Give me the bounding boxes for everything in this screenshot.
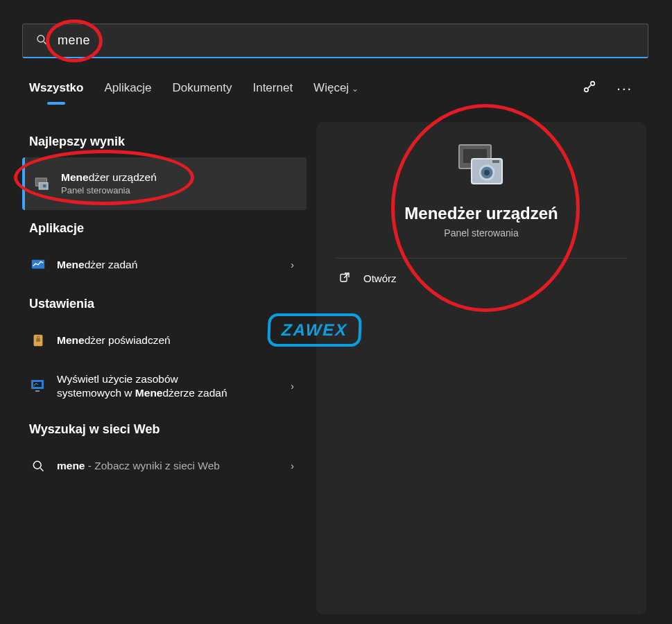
svg-rect-23: [341, 275, 347, 282]
result-device-manager[interactable]: Menedżer urządzeń Panel sterowania: [22, 157, 307, 210]
result-web-search[interactable]: mene - Zobacz wyniki z sieci Web ›: [22, 445, 307, 487]
tab-internet[interactable]: Internet: [252, 81, 293, 95]
divider: [336, 258, 627, 259]
svg-point-3: [591, 82, 595, 86]
chevron-down-icon: ⌄: [352, 84, 359, 94]
preview-subtitle: Panel sterowania: [444, 227, 518, 239]
watermark: ZAWEX: [268, 313, 361, 347]
device-manager-icon: [33, 175, 51, 193]
result-title: Menedżer poświadczeń: [57, 333, 300, 347]
more-options-icon[interactable]: ···: [617, 80, 632, 96]
open-icon: [338, 271, 351, 286]
search-icon: [29, 457, 47, 475]
preview-panel: Menedżer urządzeń Panel sterowania Otwór…: [316, 122, 646, 614]
section-web: Wyszukaj w sieci Web: [29, 422, 307, 437]
result-subtitle: Panel sterowania: [61, 185, 300, 197]
svg-point-0: [37, 35, 44, 42]
monitor-icon: [29, 377, 47, 395]
chevron-right-icon: ›: [291, 460, 294, 471]
tab-apps[interactable]: Aplikacje: [104, 81, 151, 95]
svg-rect-14: [35, 390, 40, 392]
svg-point-2: [585, 88, 589, 92]
section-settings: Ustawienia: [29, 297, 307, 311]
svg-line-16: [40, 468, 43, 471]
task-manager-icon: [29, 256, 47, 274]
search-input[interactable]: [58, 33, 648, 48]
result-credential-manager[interactable]: Menedżer poświadczeń: [22, 320, 307, 361]
connect-icon[interactable]: [582, 79, 597, 97]
svg-point-15: [33, 461, 41, 469]
open-action[interactable]: Otwórz: [338, 271, 397, 286]
result-title: mene - Zobacz wyniki z sieci Web: [57, 459, 281, 473]
result-title: Wyświetl użycie zasobów systemowych w Me…: [57, 372, 281, 400]
section-best-match: Najlepszy wynik: [29, 135, 307, 149]
svg-rect-22: [492, 160, 499, 163]
device-manager-large-icon: [454, 141, 509, 191]
results-list: Najlepszy wynik Menedżer urządzeń Panel …: [22, 123, 307, 487]
result-resource-usage[interactable]: Wyświetl użycie zasobów systemowych w Me…: [22, 361, 307, 411]
preview-title: Menedżer urządzeń: [404, 204, 558, 223]
chevron-right-icon: ›: [291, 259, 294, 270]
svg-line-1: [44, 42, 46, 44]
svg-line-4: [588, 85, 591, 88]
tab-more-label: Więcej: [313, 81, 349, 94]
result-task-manager[interactable]: Menedżer zadań ›: [22, 244, 307, 286]
credential-manager-icon: [29, 331, 47, 349]
svg-point-7: [43, 184, 46, 188]
tab-documents[interactable]: Dokumenty: [172, 81, 232, 95]
svg-rect-10: [36, 338, 40, 342]
svg-point-21: [484, 170, 490, 175]
filter-tabs: Wszystko Aplikacje Dokumenty Internet Wi…: [29, 79, 646, 97]
search-bar[interactable]: [22, 24, 648, 58]
tab-more[interactable]: Więcej⌄: [313, 81, 359, 95]
section-apps: Aplikacje: [29, 221, 307, 236]
chevron-right-icon: ›: [291, 381, 294, 392]
result-title: Menedżer urządzeń: [61, 171, 300, 184]
tab-all[interactable]: Wszystko: [29, 81, 83, 95]
open-label: Otwórz: [363, 272, 397, 284]
result-title: Menedżer zadań: [57, 258, 281, 272]
search-icon: [35, 33, 58, 49]
